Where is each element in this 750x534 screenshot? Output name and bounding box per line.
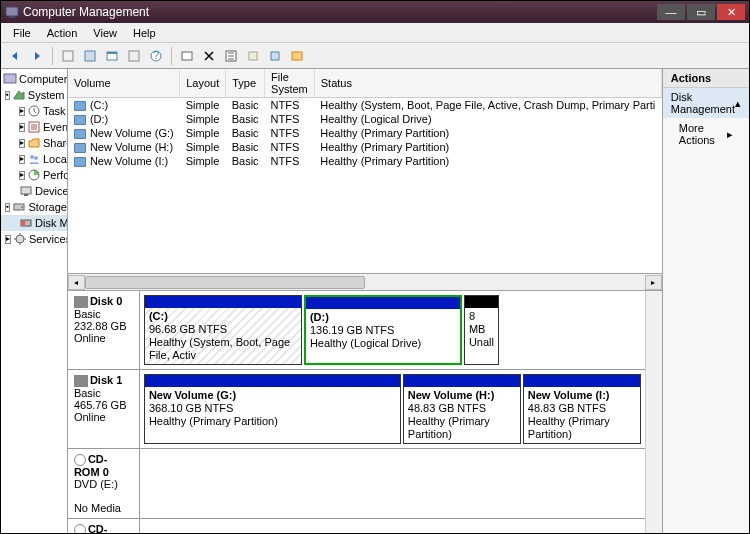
- partition-c[interactable]: (C:)96.68 GB NTFSHealthy (System, Boot, …: [144, 295, 302, 365]
- help-icon[interactable]: ?: [146, 46, 166, 66]
- svg-rect-1: [9, 16, 15, 18]
- svg-rect-0: [6, 7, 18, 16]
- disk-layout-panel: Disk 0 Basic 232.88 GB Online (C:)96.68 …: [68, 291, 645, 533]
- svg-text:?: ?: [153, 49, 159, 61]
- svg-point-26: [16, 235, 24, 243]
- titlebar: Computer Management — ▭ ✕: [1, 1, 749, 23]
- disk-row: Disk 1 Basic 465.76 GB Online New Volume…: [68, 370, 645, 449]
- col-status[interactable]: Status: [314, 69, 661, 98]
- svg-point-17: [30, 155, 34, 159]
- svg-rect-2: [63, 51, 73, 61]
- chevron-right-icon: ▸: [727, 128, 733, 141]
- disk-info[interactable]: CD-ROM 0 DVD (E:) No Media: [68, 449, 140, 518]
- tree-device-manager[interactable]: Device Manager: [1, 183, 67, 199]
- col-type[interactable]: Type: [226, 69, 265, 98]
- toolbar-icon[interactable]: [80, 46, 100, 66]
- vertical-scrollbar[interactable]: [645, 291, 662, 533]
- unallocated[interactable]: 8 MBUnall: [464, 295, 499, 365]
- tree-storage[interactable]: ▪Storage: [1, 199, 67, 215]
- toolbar-icon[interactable]: [287, 46, 307, 66]
- cdrom-icon: [74, 454, 86, 466]
- tree-task-scheduler[interactable]: ▸Task Scheduler: [1, 103, 67, 119]
- minimize-button[interactable]: —: [657, 4, 685, 20]
- toolbar-icon[interactable]: [243, 46, 263, 66]
- tree-event-viewer[interactable]: ▸Event Viewer: [1, 119, 67, 135]
- actions-panel: Actions Disk Management▴ More Actions▸: [663, 69, 749, 533]
- svg-rect-3: [85, 51, 95, 61]
- toolbar-x-icon[interactable]: [199, 46, 219, 66]
- svg-rect-6: [129, 51, 139, 61]
- volume-icon: [74, 101, 86, 111]
- partition-d[interactable]: (D:)136.19 GB NTFSHealthy (Logical Drive…: [304, 295, 462, 365]
- tree-local-users[interactable]: ▸Local Users and Groups: [1, 151, 67, 167]
- toolbar-icon[interactable]: [58, 46, 78, 66]
- close-button[interactable]: ✕: [717, 4, 745, 20]
- svg-rect-20: [21, 187, 31, 194]
- window-title: Computer Management: [23, 5, 655, 19]
- svg-rect-11: [249, 52, 257, 60]
- collapse-icon: ▴: [735, 97, 741, 110]
- scroll-right-button[interactable]: ▸: [645, 275, 662, 290]
- disk-info[interactable]: Disk 1 Basic 465.76 GB Online: [68, 370, 140, 448]
- volume-row[interactable]: New Volume (H:)SimpleBasicNTFSHealthy (P…: [68, 140, 661, 154]
- cdrom-row: CD-ROM 0 DVD (E:) No Media: [68, 449, 645, 519]
- volume-row[interactable]: (D:)SimpleBasicNTFSHealthy (Logical Driv…: [68, 112, 661, 126]
- cdrom-row: CD-ROM 1 DVD (F:): [68, 519, 645, 533]
- svg-rect-12: [271, 52, 279, 60]
- col-layout[interactable]: Layout: [180, 69, 226, 98]
- disk-icon: [74, 296, 88, 308]
- partition-i[interactable]: New Volume (I:)48.83 GB NTFSHealthy (Pri…: [523, 374, 641, 444]
- scroll-left-button[interactable]: ◂: [68, 275, 85, 290]
- tree-performance[interactable]: ▸Performance: [1, 167, 67, 183]
- tree-services-apps[interactable]: ▸Services and Applications: [1, 231, 67, 247]
- navigation-tree: Computer Management (Local) ▪System Tool…: [1, 69, 68, 533]
- volume-icon: [74, 115, 86, 125]
- svg-rect-13: [292, 52, 302, 60]
- partition-g[interactable]: New Volume (G:)368.10 GB NTFSHealthy (Pr…: [144, 374, 401, 444]
- tree-system-tools[interactable]: ▪System Tools: [1, 87, 67, 103]
- actions-subheader[interactable]: Disk Management▴: [663, 88, 749, 118]
- svg-rect-5: [107, 52, 117, 54]
- svg-rect-25: [22, 221, 25, 225]
- volume-list: Volume Layout Type File System Status (C…: [68, 69, 662, 274]
- svg-rect-14: [4, 74, 16, 83]
- cdrom-icon: [74, 524, 86, 533]
- actions-header: Actions: [663, 69, 749, 88]
- menu-view[interactable]: View: [85, 25, 125, 41]
- refresh-icon[interactable]: [102, 46, 122, 66]
- menubar: File Action View Help: [1, 23, 749, 43]
- partition-h[interactable]: New Volume (H:)48.83 GB NTFSHealthy (Pri…: [403, 374, 521, 444]
- tree-root[interactable]: Computer Management (Local): [1, 71, 67, 87]
- maximize-button[interactable]: ▭: [687, 4, 715, 20]
- toolbar: ?: [1, 43, 749, 69]
- menu-help[interactable]: Help: [125, 25, 164, 41]
- back-button[interactable]: [5, 46, 25, 66]
- svg-rect-9: [182, 52, 192, 60]
- toolbar-icon[interactable]: [177, 46, 197, 66]
- volume-row[interactable]: (C:)SimpleBasicNTFSHealthy (System, Boot…: [68, 98, 661, 113]
- svg-rect-21: [24, 194, 28, 196]
- svg-point-18: [34, 156, 38, 160]
- properties-icon[interactable]: [124, 46, 144, 66]
- disk-row: Disk 0 Basic 232.88 GB Online (C:)96.68 …: [68, 291, 645, 370]
- app-icon: [5, 5, 19, 19]
- horizontal-scrollbar[interactable]: ◂ ▸: [68, 274, 662, 291]
- disk-info[interactable]: Disk 0 Basic 232.88 GB Online: [68, 291, 140, 369]
- more-actions-item[interactable]: More Actions▸: [663, 118, 749, 150]
- tree-disk-management[interactable]: Disk Management: [1, 215, 67, 231]
- volume-row[interactable]: New Volume (I:)SimpleBasicNTFSHealthy (P…: [68, 154, 661, 168]
- menu-action[interactable]: Action: [39, 25, 86, 41]
- menu-file[interactable]: File: [5, 25, 39, 41]
- scroll-thumb[interactable]: [85, 276, 365, 289]
- svg-point-23: [21, 206, 23, 208]
- col-fs[interactable]: File System: [265, 69, 315, 98]
- col-volume[interactable]: Volume: [68, 69, 180, 98]
- volume-icon: [74, 157, 86, 167]
- tree-shared-folders[interactable]: ▸Shared Folders: [1, 135, 67, 151]
- toolbar-icon[interactable]: [221, 46, 241, 66]
- forward-button[interactable]: [27, 46, 47, 66]
- toolbar-icon[interactable]: [265, 46, 285, 66]
- volume-icon: [74, 129, 86, 139]
- disk-info[interactable]: CD-ROM 1 DVD (F:): [68, 519, 140, 533]
- volume-row[interactable]: New Volume (G:)SimpleBasicNTFSHealthy (P…: [68, 126, 661, 140]
